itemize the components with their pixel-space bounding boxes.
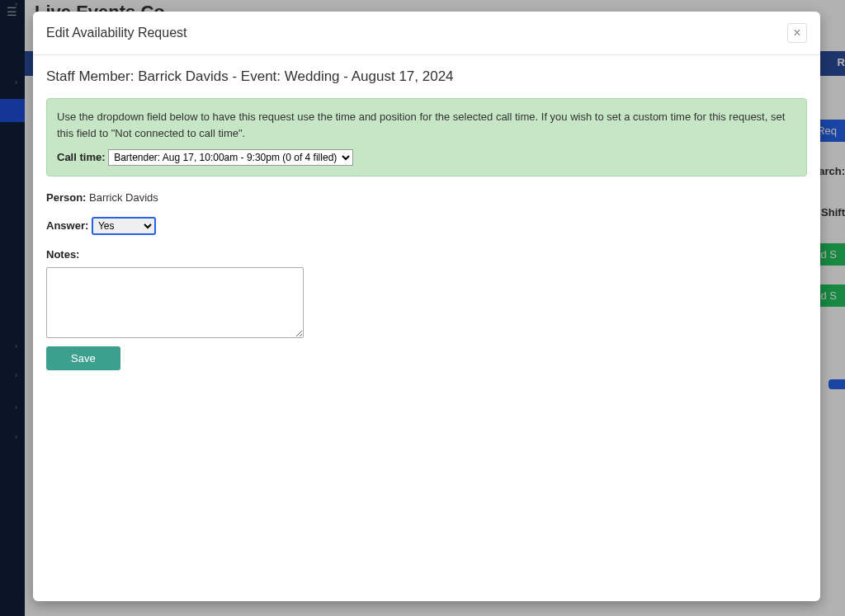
answer-label: Answer:: [46, 219, 88, 232]
call-time-select[interactable]: Bartender: Aug 17, 10:00am - 9:30pm (0 o…: [108, 149, 353, 166]
modal-header: Edit Availability Request ×: [33, 12, 820, 55]
close-icon[interactable]: ×: [787, 23, 807, 43]
save-button[interactable]: Save: [46, 346, 120, 370]
modal-subheading: Staff Member: Barrick Davids - Event: We…: [46, 68, 807, 85]
call-time-label: Call time:: [57, 151, 106, 163]
person-row: Person: Barrick Davids: [46, 191, 807, 204]
call-time-row: Call time: Bartender: Aug 17, 10:00am - …: [57, 149, 796, 166]
person-value: Barrick Davids: [89, 191, 158, 204]
notes-label: Notes:: [46, 248, 79, 261]
modal-body: Staff Member: Barrick Davids - Event: We…: [33, 55, 820, 601]
person-label: Person:: [46, 191, 86, 204]
answer-select[interactable]: Yes No: [92, 217, 156, 235]
modal-title: Edit Availability Request: [46, 26, 186, 40]
info-text: Use the dropdown field below to have thi…: [57, 109, 796, 141]
info-box: Use the dropdown field below to have thi…: [46, 98, 807, 176]
notes-textarea[interactable]: [46, 267, 304, 338]
answer-row: Answer: Yes No: [46, 217, 807, 235]
notes-row: Notes:: [46, 248, 807, 261]
edit-availability-modal: Edit Availability Request × Staff Member…: [33, 12, 820, 601]
